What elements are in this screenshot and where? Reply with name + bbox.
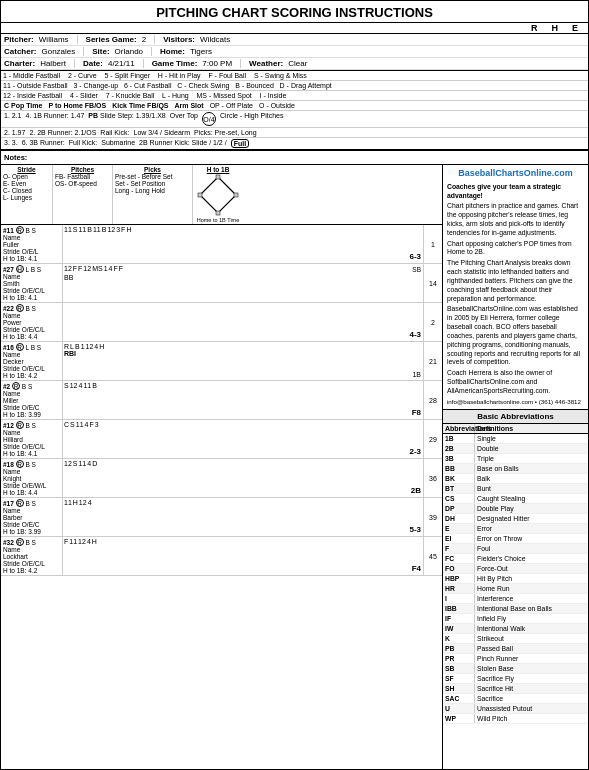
info-p4: The Pitching Chart Analysis breaks down …: [447, 259, 584, 303]
batter-chart-lockhart: F11124H F4: [63, 537, 424, 575]
batter-row-fuller: #11 R B S Name Fuller Stride O/E/L H to …: [1, 225, 442, 264]
batter-row-power: #22 R B S Name Power Stride O/E/C/L H to…: [1, 303, 442, 342]
header-line-3: Charter: Halbert Date: 4/21/11 Game Time…: [1, 58, 588, 70]
abbrev-row: IBBIntentional Base on Balls: [443, 604, 588, 614]
legend-row: Stride O- Open E- Even C- Closed L- Lung…: [1, 165, 442, 225]
abbrev-row: FOForce-Out: [443, 564, 588, 574]
abbrev-row: PBPassed Ball: [443, 644, 588, 654]
batter-abnum-knight: 36: [424, 459, 442, 497]
batter-row-knight: #18 R B S Name Knight Stride O/E/W/L H t…: [1, 459, 442, 498]
site-label: Site:: [92, 47, 109, 56]
chart-column: Stride O- Open E- Even C- Closed L- Lung…: [1, 165, 443, 769]
batter-abnum-smith: 14: [424, 264, 442, 302]
home-label: Home:: [160, 47, 185, 56]
series-label: Series Game:: [86, 35, 137, 44]
batter-row-barber: #17 R B S Name Barber Stride O/E/C H to …: [1, 498, 442, 537]
batter-info-power: #22 R B S Name Power Stride O/E/C/L H to…: [1, 303, 63, 341]
batter-abnum-hilliard: 29: [424, 420, 442, 458]
abbrev-row: CSCaught Stealing: [443, 494, 588, 504]
batter-info-barber: #17 R B S Name Barber Stride O/E/C H to …: [1, 498, 63, 536]
abbrev-row: EIError on Throw: [443, 534, 588, 544]
abbrev-row: HRHome Run: [443, 584, 588, 594]
abbrev-row: IWIntentional Walk: [443, 624, 588, 634]
batters-list: #11 R B S Name Fuller Stride O/E/L H to …: [1, 225, 442, 576]
batter-abnum-decker: 21: [424, 342, 442, 380]
batter-row-decker: #16 R L B S Name Decker Stride O/E/C/L H…: [1, 342, 442, 381]
date-label: Date:: [83, 59, 103, 68]
abbrev-row: UUnassisted Putout: [443, 704, 588, 714]
visitors-label: Visitors:: [163, 35, 195, 44]
batter-abnum-miller: 28: [424, 381, 442, 419]
abbrev-row: 1BSingle: [443, 434, 588, 444]
batter-chart-miller: S12411B F8: [63, 381, 424, 419]
abbrev-title: Basic Abbreviations: [443, 410, 588, 424]
svg-rect-2: [216, 211, 220, 215]
abbrev-row: BKBalk: [443, 474, 588, 484]
abbrev-rows: 1BSingle2BDouble3BTripleBBBase on BallsB…: [443, 434, 588, 724]
pitch-type-row2: 11 - Outside Fastball 3 - Change-up 6 - …: [1, 81, 588, 91]
visitors-value: Wildcats: [200, 35, 230, 44]
abbrev-row: IFInfield Fly: [443, 614, 588, 624]
main-two-col: Stride O- Open E- Even C- Closed L- Lung…: [1, 165, 588, 769]
weather-value: Clear: [288, 59, 307, 68]
gametime-label: Game Time:: [152, 59, 198, 68]
pitch-type-row1: 1 - Middle Fastball 2 - Curve 5 - Split …: [1, 70, 588, 81]
batter-info-fuller: #11 R B S Name Fuller Stride O/E/L H to …: [1, 225, 63, 263]
info-p2: Chart pitchers in practice and games. Ch…: [447, 202, 584, 237]
page-title: PITCHING CHART SCORING INSTRUCTIONS: [1, 1, 588, 23]
info-p6: Coach Herrera is also the owner of Softb…: [447, 369, 584, 395]
runner-row1: 1. 2.1 4. 1B Runner: 1.47 PB Slide Step:…: [1, 111, 588, 128]
abbrev-row: 2BDouble: [443, 444, 588, 454]
charter-label: Charter:: [4, 59, 35, 68]
abbrev-row: IInterference: [443, 594, 588, 604]
site-value: Orlando: [115, 47, 143, 56]
batter-chart-decker: RLB1124H RBI 1B: [63, 342, 424, 380]
batter-info-hilliard: #12 R B S Name Hilliard Stride O/E/C/L H…: [1, 420, 63, 458]
abbrev-row: DHDesignated Hitter: [443, 514, 588, 524]
abbrev-row: KStrikeout: [443, 634, 588, 644]
pitches-legend: Pitches FB- Fastball OS- Off-speed: [53, 165, 113, 224]
e-label: E: [572, 23, 578, 33]
abbrev-row: BTBunt: [443, 484, 588, 494]
runner-row2: 2. 1.97 2. 2B Runner: 2.1/OS Rail Kick: …: [1, 128, 588, 138]
pitcher-value: Williams: [39, 35, 69, 44]
abbrev-row: EError: [443, 524, 588, 534]
ctime-row: C Pop Time P to Home FB/OS Kick Time FB/…: [1, 101, 588, 111]
batter-abnum-power: 2: [424, 303, 442, 341]
info-p1: Coaches give your team a strategic advan…: [447, 183, 584, 201]
info-text-area: BaseballChartsOnline.com Coaches give yo…: [443, 165, 588, 410]
batter-info-knight: #18 R B S Name Knight Stride O/E/W/L H t…: [1, 459, 63, 497]
abbreviations-table: Basic Abbreviations Abbreviations Defini…: [443, 410, 588, 724]
abbrev-row: WPWild Pitch: [443, 714, 588, 724]
home-value: Tigers: [190, 47, 212, 56]
batter-chart-hilliard: CS114F3 2-3: [63, 420, 424, 458]
r-label: R: [531, 23, 538, 33]
h-to-1b-legend: H to 1B Home to 1B Time: [193, 165, 243, 224]
batter-info-lockhart: #32 R B S Name Lockhart Stride O/E/C/L H…: [1, 537, 63, 575]
abbrev-row: FCFielder's Choice: [443, 554, 588, 564]
brand-name: BaseballChartsOnline.com: [447, 168, 584, 180]
catcher-label: Catcher:: [4, 47, 36, 56]
notes-section: Notes:: [1, 151, 588, 165]
svg-rect-3: [198, 193, 202, 197]
batter-chart-barber: 11H124 5-3: [63, 498, 424, 536]
picks-legend: Picks Pre-set - Before Set Set - Set Pos…: [113, 165, 193, 224]
abbrev-row: 3BTriple: [443, 454, 588, 464]
series-value: 2: [142, 35, 146, 44]
catcher-value: Gonzales: [41, 47, 75, 56]
abbrev-row: FFoul: [443, 544, 588, 554]
abbrev-row: BBBase on Balls: [443, 464, 588, 474]
abbrev-row: HBPHit By Pitch: [443, 574, 588, 584]
pitcher-label: Pitcher:: [4, 35, 34, 44]
batter-info-miller: #2 R B S Name Miller Stride O/E/C H to 1…: [1, 381, 63, 419]
batter-abnum-lockhart: 45: [424, 537, 442, 575]
batter-row-miller: #2 R B S Name Miller Stride O/E/C H to 1…: [1, 381, 442, 420]
batter-chart-fuller: 11S11B11B123FH 6-3: [63, 225, 424, 263]
h-label: H: [551, 23, 558, 33]
charter-value: Halbert: [40, 59, 66, 68]
header-line-1: Pitcher: Williams Series Game: 2 Visitor…: [1, 34, 588, 46]
abbrev-row: SBStolen Base: [443, 664, 588, 674]
ctime-label: C Pop Time: [4, 102, 42, 109]
batter-abnum-fuller: 1: [424, 225, 442, 263]
abbrev-column: BaseballChartsOnline.com Coaches give yo…: [443, 165, 588, 769]
